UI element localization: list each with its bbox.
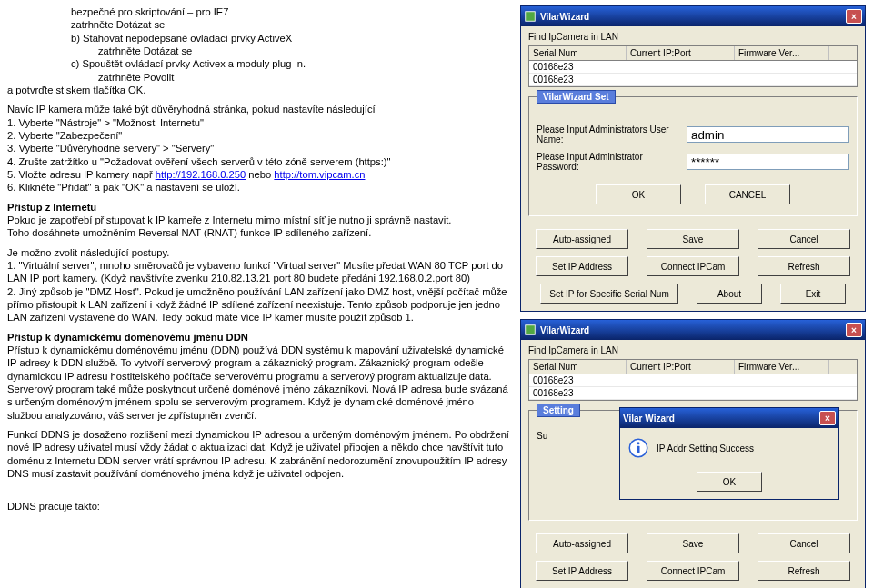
cell-serial: 00168e23 (529, 74, 626, 85)
save-button[interactable]: Save (647, 229, 739, 249)
ok-cancel-row: OK CANCEL (537, 184, 849, 204)
titlebar[interactable]: VilarWizard × (521, 320, 865, 340)
doc-line: Navíc IP kamera může také být důvěryhodn… (7, 103, 511, 115)
cell-ip (626, 61, 733, 73)
cell-serial: 00168e23 (529, 61, 626, 73)
cell-fw (733, 61, 827, 73)
table-body: 00168e23 00168e23 (529, 374, 857, 400)
ok-button[interactable]: OK (596, 184, 681, 204)
input-password[interactable] (687, 154, 849, 170)
btn-row-2: Set IP Address Connect IPCam Refresh (528, 561, 858, 581)
app-icon (524, 10, 537, 23)
doc-line: zatrhněte Dotázat se (98, 45, 511, 57)
link-domain[interactable]: http://tom.vipcam.cn (274, 169, 365, 180)
connect-button[interactable]: Connect IPCam (647, 561, 739, 581)
doc-line: zatrhněte Povolit (98, 71, 511, 84)
setip-button[interactable]: Set IP Address (536, 561, 628, 581)
svg-rect-1 (526, 325, 536, 335)
auto-assigned-button[interactable]: Auto-assigned (536, 533, 628, 553)
doc-line: a potvrďte stiskem tlačítka OK. (7, 84, 511, 96)
label-username: Please Input Administrators User Name: (537, 125, 681, 145)
label-password: Please Input Administrator Password: (537, 152, 681, 172)
doc-line: Toho dosáhnete umožněním Reversal NAT (R… (7, 226, 511, 239)
doc-line: 6. Klikněte "Přidat" a pak "OK" a nastav… (7, 181, 511, 194)
svg-point-3 (637, 442, 640, 444)
col-ipport[interactable]: Current IP:Port (627, 360, 735, 374)
dialog-title: Vilar Wizard (623, 414, 819, 424)
doc-line: b) Stahovat nepodepsané ovládací prvky A… (71, 32, 511, 45)
table-body: 00168e23 00168e23 (529, 61, 857, 86)
doc-line: DDNS pracuje takto: (7, 500, 511, 513)
camera-table: Serial Num Current IP:Port Firmware Ver.… (528, 359, 858, 401)
about-button[interactable]: About (697, 284, 762, 304)
row-password: Please Input Administrator Password: (537, 152, 849, 172)
find-label: Find IpCamera in LAN (528, 32, 858, 42)
doc-text: nebo (246, 169, 274, 180)
setting-legend: Setting (537, 404, 580, 417)
table-header: Serial Num Current IP:Port Firmware Ver.… (529, 360, 857, 374)
doc-line: bezpečné pro skriptování – pro IE7 (71, 5, 511, 18)
dialog-ok-row: OK (620, 468, 838, 499)
input-username[interactable] (687, 126, 849, 143)
set-serial-button[interactable]: Set IP for Specific Serial Num (540, 284, 678, 304)
table-row[interactable]: 00168e23 (529, 61, 857, 74)
table-row[interactable]: 00168e23 (529, 374, 857, 387)
btn-row-3: Set IP for Specific Serial Num About Exi… (528, 284, 858, 304)
message-dialog: Vilar Wizard × IP Addr Setting Success O… (619, 407, 839, 500)
cell-serial: 00168e23 (529, 387, 626, 399)
doc-line: 5. Vložte adresu IP kamery např http://1… (7, 168, 511, 181)
vilarwizard-window-1: VilarWizard × Find IpCamera in LAN Seria… (520, 5, 866, 312)
doc-line: 4. Zrušte zatržítko u "Požadovat ověření… (7, 155, 511, 168)
doc-line: Pokud je zapotřebí přistupovat k IP kame… (7, 214, 511, 226)
btn-row-1: Auto-assigned Save Cancel (528, 229, 858, 249)
link-ip[interactable]: http://192.168.0.250 (156, 169, 246, 180)
refresh-button[interactable]: Refresh (758, 561, 850, 581)
table-row[interactable]: 00168e23 (529, 387, 857, 400)
screenshots-column: VilarWizard × Find IpCamera in LAN Seria… (520, 5, 866, 588)
connect-button[interactable]: Connect IPCam (647, 256, 739, 276)
doc-line: zatrhněte Dotázat se (71, 18, 511, 31)
col-ipport[interactable]: Current IP:Port (627, 46, 735, 60)
dialog-titlebar[interactable]: Vilar Wizard × (620, 408, 838, 428)
col-firmware[interactable]: Firmware Ver... (735, 46, 829, 60)
doc-line: 1. "Virtuální server", mnoho směrovačů j… (7, 259, 511, 285)
heading-ddn: Přístup k dynamickému doménovému jménu D… (7, 331, 511, 344)
refresh-button[interactable]: Refresh (758, 256, 850, 276)
doc-line: 1. Vyberte "Nástroje" > "Možnosti Intern… (7, 116, 511, 129)
save-button[interactable]: Save (647, 533, 739, 553)
doc-line: Funkcí DDNS je dosaženo rozlišení mezi d… (7, 428, 511, 480)
svg-rect-0 (526, 12, 536, 22)
dialog-ok-button[interactable]: OK (697, 472, 762, 492)
cancel-button[interactable]: CANCEL (705, 184, 790, 204)
doc-line: Přístup k dynamickému doménovému jménu (… (7, 344, 511, 422)
doc-text: 5. Vložte adresu IP kamery např (7, 169, 156, 180)
setip-button[interactable]: Set IP Address (536, 256, 628, 276)
close-button[interactable]: × (846, 323, 862, 337)
info-icon (627, 437, 649, 459)
cell-fw (733, 374, 827, 386)
cell-fw (733, 387, 827, 399)
doc-line: Je možno zvolit následující postupy. (7, 246, 511, 259)
col-serial[interactable]: Serial Num (529, 46, 627, 60)
doc-line: 2. Jiný způsob je "DMZ Host". Pokud je u… (7, 285, 511, 324)
cell-ip (626, 387, 733, 399)
col-firmware[interactable]: Firmware Ver... (735, 360, 829, 374)
heading-internet-access: Přístup z Internetu (7, 201, 511, 214)
window-title: VilarWizard (540, 12, 846, 22)
dialog-content: IP Addr Setting Success (620, 428, 838, 468)
setting-legend: VilarWizard Set (537, 90, 616, 104)
row-username: Please Input Administrators User Name: (537, 125, 849, 145)
dialog-message: IP Addr Setting Success (657, 443, 754, 453)
close-button[interactable]: × (819, 411, 836, 425)
cancel2-button[interactable]: Cancel (758, 229, 850, 249)
auto-assigned-button[interactable]: Auto-assigned (536, 229, 628, 249)
doc-column: bezpečné pro skriptování – pro IE7 zatrh… (7, 5, 511, 588)
setting-group: VilarWizard Set Please Input Administrat… (528, 96, 858, 216)
close-button[interactable]: × (846, 9, 862, 24)
doc-line: 2. Vyberte "Zabezpečení" (7, 129, 511, 142)
cancel2-button[interactable]: Cancel (758, 533, 850, 553)
exit-button[interactable]: Exit (780, 284, 846, 304)
table-row[interactable]: 00168e23 (529, 74, 857, 86)
col-serial[interactable]: Serial Num (529, 360, 627, 374)
titlebar[interactable]: VilarWizard × (521, 6, 865, 26)
